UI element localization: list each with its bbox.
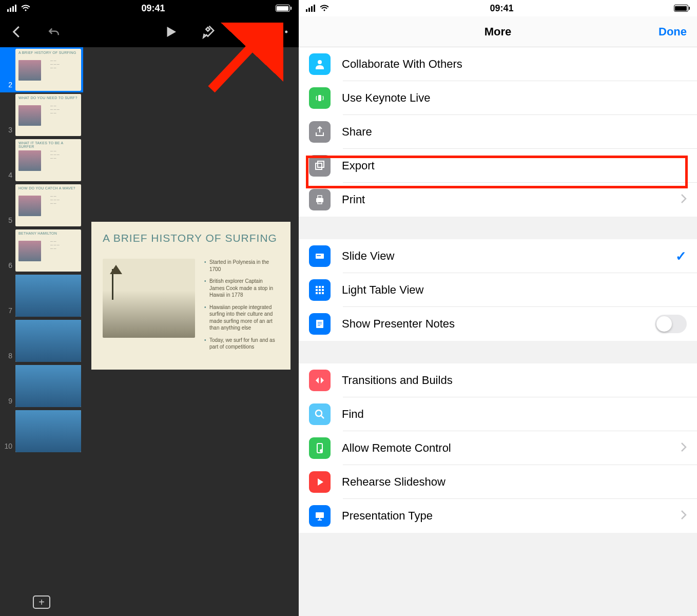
menu-item-export[interactable]: Export [299,149,697,183]
svg-point-3 [276,31,279,33]
menu-item-ptype[interactable]: Presentation Type [299,499,697,533]
thumb-preview [15,410,81,452]
svg-rect-13 [318,201,322,204]
svg-marker-29 [316,377,319,383]
bullet-item: Started in Polynesia in the 1700 [204,259,279,273]
menu-item-person[interactable]: Collaborate With Others [299,47,697,81]
slide-thumbnail[interactable]: 2 A BRIEF HISTORY OF SURFING — —— — —— — [0,47,83,92]
menu-item-print[interactable]: Print [299,183,697,217]
add-icon[interactable] [237,24,253,40]
slide-icon [309,245,331,267]
slide-thumbnail[interactable]: 5 HOW DO YOU CATCH A WAVE? — —— — —— — [0,183,83,228]
play-icon[interactable] [163,24,179,40]
find-icon [309,403,331,425]
thumb-number: 6 [2,261,12,270]
svg-point-4 [281,31,283,33]
thumb-preview [15,320,81,362]
menu-item-label: Export [342,159,687,172]
menu-item-remote[interactable]: Allow Remote Control [299,431,697,465]
slide-canvas[interactable]: A BRIEF HISTORY OF SURFING Started in Po… [83,47,299,532]
format-brush-icon[interactable] [200,24,216,40]
section-separator [299,217,697,239]
menu-item-share[interactable]: Share [299,115,697,149]
toggle-switch[interactable] [655,315,687,333]
add-slide-button[interactable]: + [33,595,50,609]
back-icon[interactable] [9,24,25,40]
ptype-icon [309,505,331,527]
wifi-icon [319,3,330,14]
svg-marker-35 [318,478,323,486]
slide-title: A BRIEF HISTORY OF SURFING [103,232,279,244]
slide-thumbnail[interactable]: 3 WHAT DO YOU NEED TO SURF? — —— — —— — [0,92,83,138]
notes-icon [309,313,331,335]
thumb-number: 9 [2,397,12,405]
svg-rect-24 [322,292,324,294]
status-bar: 09:41 [299,0,697,16]
menu-item-play[interactable]: Rehearse Slideshow [299,465,697,499]
wifi-icon [21,3,31,14]
add-slide-bar: + [0,588,83,616]
thumb-preview: A BRIEF HISTORY OF SURFING — —— — —— — [15,49,81,91]
svg-marker-0 [167,27,177,37]
menu-item-trans[interactable]: Transitions and Builds [299,363,697,397]
menu-item-label: Presentation Type [342,509,681,523]
menu-item-label: Slide View [342,249,675,263]
status-time: 09:41 [490,3,513,14]
svg-rect-11 [316,198,323,202]
thumb-preview [15,275,81,317]
slide-thumbnail[interactable]: 4 WHAT IT TAKES TO BE A SURFER — —— — ——… [0,138,83,183]
menu-item-label: Rehearse Slideshow [342,475,687,489]
more-menu-screen: 09:41 More Done Collaborate With Others … [299,0,697,616]
svg-rect-22 [316,292,318,294]
undo-icon[interactable] [46,24,62,40]
done-button[interactable]: Done [659,25,687,38]
svg-rect-9 [316,163,322,169]
main-slide[interactable]: A BRIEF HISTORY OF SURFING Started in Po… [91,222,291,370]
svg-line-32 [321,416,324,418]
svg-rect-20 [319,289,321,291]
slide-thumbnail-panel[interactable]: 2 A BRIEF HISTORY OF SURFING — —— — —— —… [0,47,83,532]
checkmark-icon: ✓ [675,248,687,264]
slide-thumbnail[interactable]: 7 [0,273,83,318]
slide-thumbnail[interactable]: 10 [0,409,83,454]
print-icon [309,189,331,210]
chevron-right-icon [681,510,687,522]
menu-item-live[interactable]: Use Keynote Live [299,81,697,115]
thumb-number: 8 [2,352,12,360]
slide-thumbnail[interactable]: 8 [0,318,83,363]
menu-item-find[interactable]: Find [299,397,697,431]
slide-thumbnail[interactable]: 9 [0,363,83,409]
svg-point-5 [285,31,287,33]
svg-point-34 [320,450,322,452]
thumb-number: 7 [2,306,12,315]
more-icon[interactable] [274,24,289,40]
navigation-bar: More Done [299,16,697,47]
thumb-preview: WHAT IT TAKES TO BE A SURFER — —— — —— — [15,139,81,181]
svg-rect-19 [316,289,318,291]
play-icon [309,471,331,493]
grid-icon [309,279,331,301]
svg-point-31 [316,410,322,416]
thumb-preview: BETHANY HAMILTON — —— — —— — [15,229,81,272]
svg-rect-16 [316,286,318,288]
status-time: 09:41 [141,3,165,14]
thumb-preview: HOW DO YOU CATCH A WAVE? — —— — —— — [15,184,81,226]
menu-item-label: Print [342,193,681,206]
svg-rect-23 [319,292,321,294]
chevron-right-icon [681,442,687,454]
menu-item-grid[interactable]: Light Table View [299,273,697,307]
slide-thumbnail[interactable]: 6 BETHANY HAMILTON — —— — —— — [0,228,83,273]
svg-rect-8 [318,95,321,101]
thumb-number: 4 [2,171,12,179]
menu-item-label: Light Table View [342,283,687,297]
cellular-signal-icon [306,5,315,12]
svg-rect-12 [318,196,322,198]
nav-title: More [485,25,512,38]
menu-item-slide[interactable]: Slide View ✓ [299,239,697,273]
bullet-item: British explorer Captain James Cook made… [204,278,279,299]
menu-item-notes[interactable]: Show Presenter Notes [299,307,697,341]
editor-toolbar [0,16,299,47]
chevron-right-icon [681,194,687,206]
menu-item-label: Use Keynote Live [342,91,687,105]
svg-rect-18 [322,286,324,288]
